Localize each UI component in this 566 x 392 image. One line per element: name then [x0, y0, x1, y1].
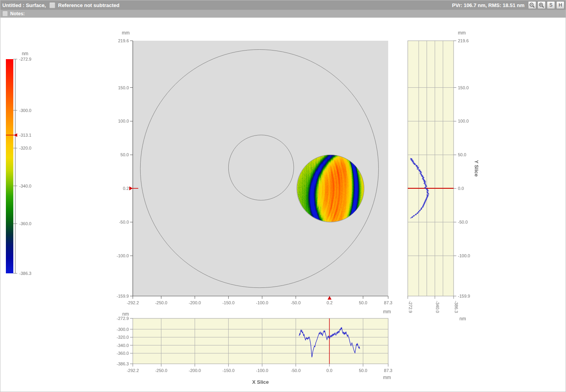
main-y-tick-label: 100.0: [118, 119, 129, 123]
y-slice-pos-tick-label: 150.0: [458, 85, 469, 90]
colorbar-gradient: [6, 59, 13, 273]
colorbar-tick-label: -313.1: [19, 133, 31, 137]
main-y-tick-label: 150.0: [118, 85, 129, 90]
x-slice-value-tick-label: -320.0: [117, 335, 129, 340]
x-slice-pos-tick-label: -50.0: [291, 368, 301, 373]
x-slice-unit-left-label: nm: [122, 311, 129, 317]
x-slice-value-tick-label: -340.0: [117, 343, 129, 348]
main-x-tick-label: -150.0: [222, 300, 235, 305]
y-slice-pos-tick-label: 0.0: [458, 186, 464, 191]
x-slice-pos-tick-label: 0.0: [326, 368, 332, 373]
y-slice-pos-tick-label: -159.9: [458, 294, 470, 298]
window-title: Untitled : Surface,: [0, 2, 46, 8]
main-x-tick-label: -250.0: [155, 300, 167, 305]
y-slice-pos-tick-label: -100.0: [458, 253, 470, 258]
surface-analysis-window: Untitled : Surface, Reference not subtra…: [0, 0, 566, 392]
main-y-tick-label: -100.0: [117, 253, 129, 258]
colorbar-tick-label: -340.0: [19, 184, 31, 188]
main-y-tick-label: -159.9: [117, 294, 129, 298]
y-slice-pos-tick-label: -50.0: [458, 220, 468, 224]
toolbar: S H: [527, 1, 566, 9]
main-y-tick-label: 50.0: [121, 152, 129, 157]
y-slice-value-tick-label: -340.0: [435, 301, 440, 313]
colorbar-tick-label: -300.0: [19, 108, 31, 113]
y-slice-position-marker[interactable]: [129, 186, 133, 190]
y-slice-unit-bottom-label: nm: [459, 316, 466, 322]
x-slice-unit-bottom-label: mm: [383, 375, 391, 380]
main-y-unit-label: mm: [122, 30, 130, 36]
main-x-unit-label: mm: [383, 309, 391, 314]
s-button[interactable]: S: [547, 1, 555, 9]
x-slice-value-tick-label: -300.0: [117, 327, 129, 332]
notes-bar: Notes:: [0, 10, 566, 18]
part-inner-circle-outline: [228, 135, 294, 201]
main-y-tick-label: 0.2: [123, 186, 129, 191]
plot-area: nm-272.9-300.0-313.1-320.0-340.0-360.0-3…: [0, 18, 566, 392]
colorbar-tick-label: -386.3: [19, 271, 31, 276]
main-x-tick-label: 50.0: [359, 300, 367, 305]
y-slice-unit-top-label: mm: [458, 30, 466, 36]
colorbar-tick-label: -320.0: [19, 146, 31, 150]
y-slice-title: Y Slice: [474, 160, 479, 177]
main-y-tick-label: 219.6: [118, 38, 129, 43]
x-slice-pos-tick-label: -100.0: [256, 368, 268, 373]
x-slice-value-tick-label: -386.3: [117, 361, 129, 366]
x-slice-title: X Slice: [252, 379, 269, 385]
main-x-tick-label: -50.0: [291, 300, 301, 305]
colorbar-tick-label: -360.0: [19, 221, 31, 226]
reference-flag-label: Reference not subtracted: [58, 2, 119, 8]
title-bar: Untitled : Surface, Reference not subtra…: [0, 0, 566, 10]
x-slice-pos-tick-label: -292.2: [127, 368, 139, 373]
x-slice-pos-tick-label: 87.3: [384, 368, 392, 373]
x-slice-pos-tick-label: -150.0: [222, 368, 235, 373]
colorbar-tick-label: -272.9: [19, 57, 31, 61]
magnifier-plus-icon: [539, 2, 544, 8]
zoom-out-button[interactable]: [528, 1, 536, 9]
x-slice-pos-tick-label: -250.0: [155, 368, 167, 373]
main-x-tick-label: 0.2: [327, 300, 333, 305]
y-slice-panel: [408, 41, 454, 296]
magnifier-minus-icon: [529, 2, 535, 8]
x-slice-pos-tick-label: -200.0: [189, 368, 201, 373]
main-x-tick-label: -200.0: [189, 300, 201, 305]
y-slice-value-tick-label: -272.9: [408, 301, 413, 313]
y-slice-value-tick-label: -386.3: [454, 301, 459, 313]
y-slice-pos-tick-label: 50.0: [458, 152, 466, 157]
main-x-tick-label: -292.2: [127, 300, 139, 305]
notes-label: Notes:: [10, 11, 25, 16]
main-x-tick-label: -100.0: [256, 300, 268, 305]
h-button[interactable]: H: [556, 1, 564, 9]
data-patch-outline: [297, 155, 364, 222]
x-slice-position-marker[interactable]: [327, 296, 331, 300]
y-slice-pos-tick-label: 100.0: [458, 119, 469, 123]
x-slice-pos-tick-label: 50.0: [359, 368, 367, 373]
y-slice-pos-tick-label: 219.6: [458, 38, 469, 43]
main-y-tick-label: -50.0: [119, 220, 129, 224]
plot-graphics: nm-272.9-300.0-313.1-320.0-340.0-360.0-3…: [0, 18, 566, 392]
notes-checkbox[interactable]: [2, 11, 8, 16]
colorbar-unit-label: nm: [22, 51, 29, 56]
reference-checkbox[interactable]: [49, 2, 55, 8]
part-outer-circle-outline: [140, 50, 378, 288]
zoom-in-button[interactable]: [537, 1, 546, 9]
stats-readout: PVr: 106.7 nm, RMS: 18.51 nm: [452, 2, 527, 8]
x-slice-value-tick-label: -360.0: [117, 351, 129, 356]
main-x-tick-label: 87.3: [384, 300, 392, 305]
